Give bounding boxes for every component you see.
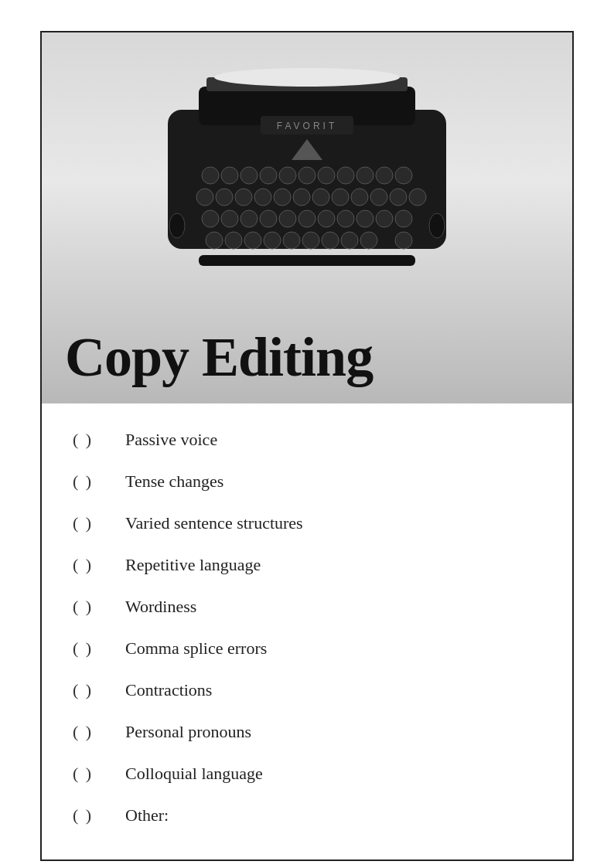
svg-point-12 bbox=[298, 167, 316, 184]
checkbox: ( ) bbox=[73, 513, 111, 533]
checkbox: ( ) bbox=[73, 722, 111, 742]
svg-point-16 bbox=[376, 167, 393, 184]
page-title: Copy Editing bbox=[65, 327, 373, 388]
page: FAVORIT bbox=[0, 0, 614, 868]
svg-point-40 bbox=[395, 210, 412, 227]
svg-point-32 bbox=[240, 210, 258, 227]
item-label: Passive voice bbox=[125, 430, 217, 450]
svg-point-50 bbox=[395, 232, 412, 249]
svg-point-46 bbox=[302, 232, 319, 249]
svg-point-53 bbox=[429, 213, 445, 238]
checkbox: ( ) bbox=[73, 680, 111, 700]
list-item: ( ) Wordiness bbox=[73, 586, 541, 628]
checkbox: ( ) bbox=[73, 597, 111, 617]
svg-point-47 bbox=[322, 232, 339, 249]
svg-point-23 bbox=[293, 189, 310, 206]
svg-point-27 bbox=[370, 189, 387, 206]
list-item: ( ) Personal pronouns bbox=[73, 711, 541, 753]
card: FAVORIT bbox=[40, 31, 574, 861]
list-item: ( ) Contractions bbox=[73, 669, 541, 711]
svg-point-35 bbox=[298, 210, 316, 227]
checkbox: ( ) bbox=[73, 805, 111, 825]
svg-point-13 bbox=[318, 167, 335, 184]
svg-point-45 bbox=[283, 232, 300, 249]
svg-text:FAVORIT: FAVORIT bbox=[277, 121, 337, 131]
checklist-section: ( ) Passive voice ( ) Tense changes ( ) … bbox=[42, 403, 572, 859]
svg-point-48 bbox=[341, 232, 358, 249]
title-overlay: Copy Editing bbox=[65, 327, 373, 388]
list-item: ( ) Repetitive language bbox=[73, 544, 541, 586]
svg-point-49 bbox=[360, 232, 377, 249]
svg-point-17 bbox=[395, 167, 412, 184]
item-label: Contractions bbox=[125, 680, 212, 700]
svg-point-30 bbox=[202, 210, 219, 227]
svg-point-41 bbox=[206, 232, 223, 249]
svg-point-20 bbox=[235, 189, 252, 206]
image-section: FAVORIT bbox=[42, 32, 572, 403]
checkbox: ( ) bbox=[73, 430, 111, 450]
svg-point-28 bbox=[390, 189, 407, 206]
svg-point-31 bbox=[221, 210, 238, 227]
svg-point-34 bbox=[279, 210, 296, 227]
svg-point-11 bbox=[279, 167, 296, 184]
svg-point-7 bbox=[202, 167, 219, 184]
item-label: Colloquial language bbox=[125, 764, 263, 784]
svg-point-36 bbox=[318, 210, 335, 227]
svg-point-24 bbox=[312, 189, 329, 206]
item-label: Repetitive language bbox=[125, 555, 261, 575]
checkbox: ( ) bbox=[73, 764, 111, 784]
svg-point-37 bbox=[337, 210, 354, 227]
svg-point-39 bbox=[376, 210, 393, 227]
typewriter-background: FAVORIT bbox=[42, 32, 572, 403]
checkbox: ( ) bbox=[73, 638, 111, 659]
svg-rect-51 bbox=[199, 255, 415, 266]
svg-point-9 bbox=[240, 167, 258, 184]
list-item: ( ) Other: bbox=[73, 795, 541, 836]
svg-point-14 bbox=[337, 167, 354, 184]
svg-point-42 bbox=[225, 232, 242, 249]
list-item: ( ) Passive voice bbox=[73, 419, 541, 461]
svg-point-52 bbox=[169, 213, 185, 238]
checkbox: ( ) bbox=[73, 471, 111, 492]
svg-point-44 bbox=[264, 232, 281, 249]
item-label: Wordiness bbox=[125, 597, 196, 617]
list-item: ( ) Colloquial language bbox=[73, 753, 541, 795]
item-label: Personal pronouns bbox=[125, 722, 251, 742]
checkbox: ( ) bbox=[73, 555, 111, 575]
item-label: Comma splice errors bbox=[125, 638, 267, 659]
svg-point-3 bbox=[214, 68, 400, 87]
svg-point-21 bbox=[254, 189, 271, 206]
svg-point-26 bbox=[351, 189, 368, 206]
item-label: Varied sentence structures bbox=[125, 513, 303, 533]
item-label: Tense changes bbox=[125, 471, 223, 492]
svg-point-15 bbox=[356, 167, 374, 184]
list-item: ( ) Tense changes bbox=[73, 461, 541, 502]
item-label: Other: bbox=[125, 805, 169, 825]
svg-point-10 bbox=[260, 167, 277, 184]
svg-point-43 bbox=[244, 232, 261, 249]
svg-point-33 bbox=[260, 210, 277, 227]
svg-point-19 bbox=[216, 189, 233, 206]
svg-point-29 bbox=[409, 189, 426, 206]
list-item: ( ) Varied sentence structures bbox=[73, 502, 541, 544]
svg-point-38 bbox=[356, 210, 374, 227]
svg-point-22 bbox=[274, 189, 291, 206]
svg-point-18 bbox=[196, 189, 213, 206]
typewriter-illustration: FAVORIT bbox=[121, 48, 493, 280]
list-item: ( ) Comma splice errors bbox=[73, 628, 541, 669]
svg-point-25 bbox=[332, 189, 349, 206]
svg-point-8 bbox=[221, 167, 238, 184]
